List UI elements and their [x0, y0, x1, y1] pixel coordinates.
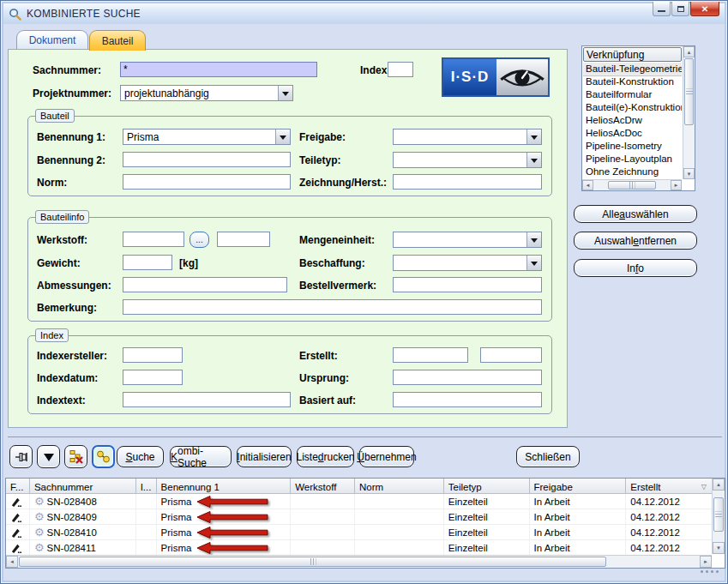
indextext-input[interactable]: [123, 392, 291, 407]
tab-bauteil[interactable]: Bauteil: [89, 30, 146, 51]
benennung1-combobox[interactable]: Prisma: [123, 129, 291, 145]
werkstoff-input2[interactable]: [217, 232, 270, 247]
basiert-auf-input[interactable]: [393, 392, 542, 407]
ursprung-input[interactable]: [393, 370, 542, 385]
table-row[interactable]: ⚙SN-028409 Prisma Einzelteil In Arbeit 0…: [6, 509, 712, 525]
list-scroll-thumb[interactable]: [684, 58, 694, 125]
projektnummer-label: Projektnummer:: [33, 87, 111, 99]
table-horizontal-scrollbar[interactable]: ◄ ►: [6, 555, 712, 568]
bemerkung-input[interactable]: [123, 299, 542, 315]
list-hscroll-thumb[interactable]: [608, 181, 656, 190]
benennung2-input[interactable]: [123, 152, 291, 167]
chevron-down-icon[interactable]: [526, 256, 541, 270]
list-item[interactable]: Ohne Zeichnung: [583, 166, 682, 178]
verknuepfung-listbox: Verknüpfung Bauteil-Teilegeometrie Baute…: [581, 45, 695, 191]
beschaffung-combobox[interactable]: [393, 255, 542, 271]
part-gear-icon: ⚙: [34, 543, 45, 553]
list-item[interactable]: Pipeline-Layoutplan: [583, 153, 682, 166]
pin-dialog-button[interactable]: [9, 445, 33, 468]
tab-dokument[interactable]: Dokument: [16, 30, 88, 50]
benennung2-label: Benennung 2:: [37, 154, 105, 166]
sachnummer-label: Sachnummer:: [33, 64, 101, 76]
chevron-down-icon[interactable]: [275, 129, 290, 144]
sort-descending-icon[interactable]: ▽: [701, 483, 707, 491]
dropdown-menu-button[interactable]: [37, 445, 60, 468]
abmessungen-input[interactable]: [123, 277, 287, 292]
table-scroll-thumb[interactable]: [713, 497, 724, 532]
column-header-freigabe[interactable]: Freigabe: [530, 479, 627, 494]
norm-input[interactable]: [123, 174, 291, 190]
close-button[interactable]: ✕: [690, 2, 719, 16]
scroll-down-icon[interactable]: ▼: [713, 542, 725, 554]
gewicht-input[interactable]: [123, 255, 172, 270]
mengeneinheit-combobox[interactable]: [393, 232, 542, 248]
table-row[interactable]: ⚙SN-028410 Prisma Einzelteil In Arbeit 0…: [6, 525, 712, 540]
scroll-right-icon[interactable]: ►: [700, 556, 712, 568]
column-header-erstellt[interactable]: Erstellt▽: [626, 479, 712, 494]
indexersteller-input[interactable]: [123, 347, 183, 363]
liste-drucken-button[interactable]: Liste drucken: [297, 446, 354, 467]
abmessungen-label: Abmessungen:: [37, 280, 111, 292]
column-header-benennung1[interactable]: Benennung 1: [157, 479, 292, 494]
erstellt-label: Erstellt:: [299, 350, 338, 362]
group-bauteil-title: Bauteil: [35, 109, 75, 123]
list-item[interactable]: Bauteil(e)-Konstruktion: [583, 101, 682, 114]
list-item[interactable]: Pipeline-Isometry: [583, 140, 682, 153]
info-button[interactable]: Info: [574, 259, 697, 277]
column-header-teiletyp[interactable]: Teiletyp: [444, 479, 530, 494]
part-gear-icon: ⚙: [34, 497, 45, 507]
initialisieren-button[interactable]: Initialisieren: [237, 446, 292, 467]
column-header-sachnummer[interactable]: Sachnummer: [30, 479, 136, 494]
zeichnung-herst-label: Zeichnung/Herst.:: [299, 177, 387, 189]
uebernehmen-button[interactable]: Übernehmen: [359, 446, 414, 467]
scroll-left-icon[interactable]: ◄: [582, 180, 593, 190]
werkstoff-browse-button[interactable]: ...: [190, 232, 209, 248]
table-row[interactable]: ⚙SN-028408 Prisma Einzelteil In Arbeit 0…: [6, 494, 712, 509]
list-item[interactable]: HeliosAcDrw: [583, 114, 682, 127]
list-horizontal-scrollbar[interactable]: ◄ ►: [582, 179, 682, 190]
list-item[interactable]: HeliosAcDoc: [583, 127, 682, 140]
chevron-down-icon[interactable]: [526, 153, 541, 167]
werkstoff-input[interactable]: [123, 232, 184, 247]
freigabe-combobox[interactable]: [393, 129, 542, 145]
kombi-suche-button[interactable]: Kombi-Suche: [170, 446, 232, 467]
table-hscroll-thumb[interactable]: [19, 557, 606, 567]
schliessen-button[interactable]: Schließen: [516, 446, 580, 467]
table-row[interactable]: ⚙SN-028411 Prisma Einzelteil In Arbeit 0…: [6, 540, 712, 556]
erstellt-input2[interactable]: [480, 347, 542, 363]
zeichnung-herst-input[interactable]: [393, 174, 542, 190]
scroll-up-icon[interactable]: ▲: [683, 46, 695, 57]
suche-button[interactable]: Suche: [117, 446, 164, 467]
scroll-left-icon[interactable]: ◄: [6, 556, 18, 568]
teiletyp-combobox[interactable]: [393, 152, 542, 168]
list-item[interactable]: Bauteil-Konstruktion: [583, 75, 682, 88]
sachnummer-input[interactable]: [120, 62, 317, 77]
table-vertical-scrollbar[interactable]: ▲ ▼: [712, 479, 725, 554]
linked-search-toggle-button[interactable]: [92, 445, 115, 468]
erstellt-input1[interactable]: [393, 347, 468, 363]
list-vertical-scrollbar[interactable]: ▲ ▼: [683, 46, 695, 179]
index-input[interactable]: [388, 62, 413, 77]
chevron-down-icon[interactable]: [278, 86, 292, 100]
resize-grip[interactable]: [701, 570, 719, 573]
alle-auswaehlen-button[interactable]: Alle auswählen: [574, 205, 697, 223]
clear-result-list-button[interactable]: [64, 445, 87, 468]
title-bar[interactable]: KOMBINIERTE SUCHE ✕: [3, 3, 725, 24]
scroll-right-icon[interactable]: ►: [671, 180, 682, 190]
auswahl-entfernen-button[interactable]: Auswahl entfernen: [574, 232, 697, 250]
maximize-button[interactable]: [671, 2, 689, 16]
list-item[interactable]: Bauteil-Teilegeometrie: [583, 63, 682, 75]
projektnummer-combobox[interactable]: projektunabhängig: [120, 85, 293, 101]
column-header-werkstoff[interactable]: Werkstoff: [291, 479, 355, 494]
column-header-norm[interactable]: Norm: [355, 479, 444, 494]
chevron-down-icon[interactable]: [526, 232, 541, 247]
indexdatum-input[interactable]: [123, 370, 183, 385]
minimize-button[interactable]: [653, 2, 671, 16]
scroll-down-icon[interactable]: ▼: [683, 168, 695, 179]
list-item[interactable]: Bauteilformular: [583, 88, 682, 101]
column-header-f[interactable]: F...: [6, 479, 30, 494]
chevron-down-icon[interactable]: [526, 129, 541, 144]
bestellvermerk-input[interactable]: [393, 277, 542, 292]
column-header-index[interactable]: I...: [136, 479, 157, 494]
scroll-up-icon[interactable]: ▲: [713, 479, 725, 491]
